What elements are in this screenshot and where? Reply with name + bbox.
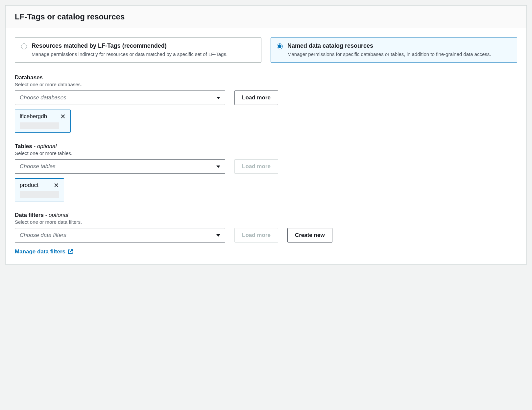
- tables-load-more-button[interactable]: Load more: [234, 159, 278, 174]
- data-filters-select[interactable]: Choose data filters: [15, 228, 225, 243]
- tile-title: Named data catalog resources: [287, 42, 491, 49]
- database-token-label: lficebergdb: [20, 113, 47, 120]
- tile-description: Manager permissions for specific databas…: [287, 51, 491, 58]
- databases-placeholder: Choose databases: [20, 94, 66, 101]
- token-placeholder-bar: [20, 191, 59, 198]
- data-filters-hint: Select one or more data filters.: [15, 219, 517, 225]
- resource-mode-tiles: Resources matched by LF-Tags (recommende…: [15, 38, 517, 63]
- tile-content: Named data catalog resources Manager per…: [287, 42, 491, 58]
- manage-link-text: Manage data filters: [15, 248, 65, 255]
- tile-content: Resources matched by LF-Tags (recommende…: [32, 42, 228, 58]
- create-new-button[interactable]: Create new: [287, 228, 332, 243]
- tile-title: Resources matched by LF-Tags (recommende…: [32, 42, 228, 49]
- caret-down-icon: [216, 97, 220, 99]
- close-icon[interactable]: ✕: [60, 113, 66, 120]
- radio-icon: [21, 43, 27, 49]
- tables-label: Tables - optional: [15, 143, 517, 150]
- tile-description: Manage permissions indirectly for resour…: [32, 51, 228, 58]
- optional-text: - optional: [44, 212, 68, 218]
- external-link-icon: [67, 249, 73, 255]
- data-filters-section: Data filters - optional Select one or mo…: [15, 212, 517, 243]
- caret-down-icon: [216, 234, 220, 237]
- token-placeholder-bar: [20, 122, 59, 129]
- data-filters-label-text: Data filters: [15, 212, 44, 218]
- databases-select[interactable]: Choose databases: [15, 90, 225, 105]
- panel-body: Resources matched by LF-Tags (recommende…: [6, 28, 526, 264]
- tables-select[interactable]: Choose tables: [15, 159, 225, 174]
- panel-header: LF-Tags or catalog resources: [6, 6, 526, 28]
- database-token: lficebergdb ✕: [15, 110, 71, 133]
- table-token: product ✕: [15, 178, 64, 201]
- tables-select-row: Choose tables Load more: [15, 159, 517, 174]
- databases-hint: Select one or more databases.: [15, 82, 517, 87]
- data-filters-select-row: Choose data filters Load more Create new: [15, 228, 517, 243]
- databases-load-more-button[interactable]: Load more: [234, 90, 278, 105]
- table-token-label: product: [20, 182, 38, 189]
- optional-text: - optional: [32, 143, 57, 149]
- close-icon[interactable]: ✕: [54, 182, 59, 189]
- manage-data-filters-link[interactable]: Manage data filters: [15, 248, 73, 255]
- databases-select-row: Choose databases Load more: [15, 90, 517, 105]
- radio-icon: [277, 43, 283, 49]
- tile-named-catalog[interactable]: Named data catalog resources Manager per…: [271, 38, 517, 63]
- lf-tags-panel: LF-Tags or catalog resources Resources m…: [5, 5, 527, 265]
- tables-section: Tables - optional Select one or more tab…: [15, 143, 517, 201]
- tile-lf-tags[interactable]: Resources matched by LF-Tags (recommende…: [15, 38, 261, 63]
- tables-placeholder: Choose tables: [20, 163, 56, 170]
- databases-section: Databases Select one or more databases. …: [15, 74, 517, 133]
- caret-down-icon: [216, 166, 220, 168]
- panel-title: LF-Tags or catalog resources: [15, 12, 517, 21]
- data-filters-load-more-button[interactable]: Load more: [234, 228, 278, 243]
- data-filters-label: Data filters - optional: [15, 212, 517, 218]
- tables-hint: Select one or more tables.: [15, 150, 517, 156]
- tables-label-text: Tables: [15, 143, 32, 149]
- databases-label: Databases: [15, 74, 517, 81]
- data-filters-placeholder: Choose data filters: [20, 232, 66, 239]
